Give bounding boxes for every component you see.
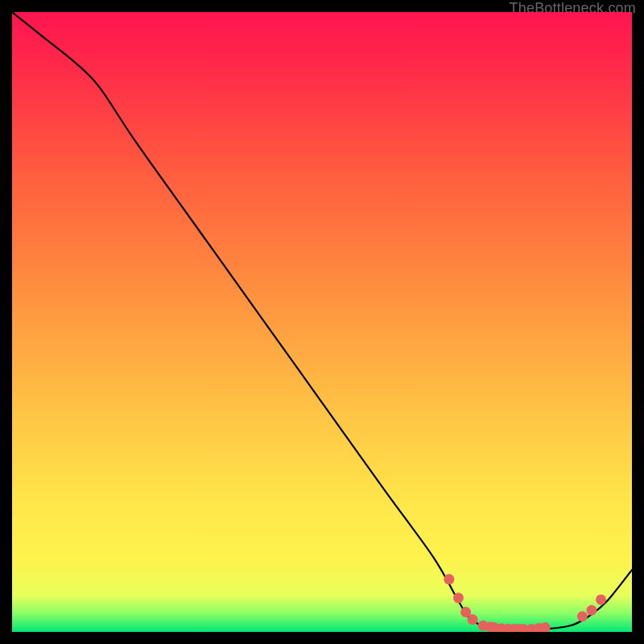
bottleneck-chart bbox=[12, 12, 632, 632]
chart-frame: TheBottleneck.com bbox=[0, 0, 644, 644]
highlight-dot bbox=[468, 614, 478, 625]
chart-background bbox=[12, 12, 632, 632]
highlight-dot bbox=[577, 611, 588, 621]
highlight-dot bbox=[453, 592, 464, 603]
highlight-dot bbox=[444, 574, 454, 584]
highlight-dot bbox=[586, 605, 597, 616]
highlight-dot bbox=[596, 594, 606, 605]
